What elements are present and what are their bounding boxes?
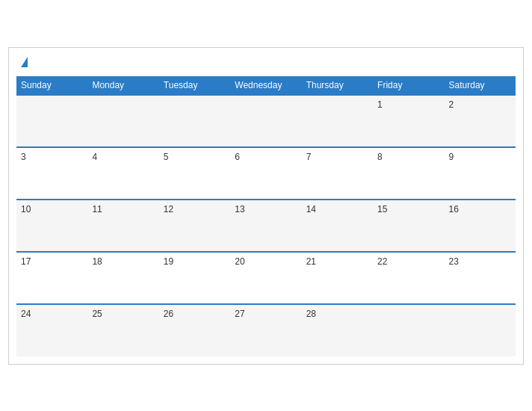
- calendar-cell: 6: [230, 147, 301, 200]
- calendar-cell: 10: [16, 200, 87, 252]
- calendar-container: SundayMondayTuesdayWednesdayThursdayFrid…: [8, 47, 524, 365]
- day-number: 11: [92, 204, 102, 214]
- week-row-0: 12: [16, 95, 516, 147]
- calendar-cell: [445, 304, 516, 356]
- day-header-monday: Monday: [87, 76, 158, 95]
- calendar-cell: [302, 95, 373, 147]
- day-number: 17: [21, 256, 31, 267]
- day-number: 4: [92, 152, 97, 162]
- day-number: 28: [306, 309, 316, 319]
- day-number: 12: [164, 204, 173, 214]
- calendar-grid: SundayMondayTuesdayWednesdayThursdayFrid…: [16, 76, 516, 356]
- day-number: 18: [92, 256, 102, 267]
- day-number: 25: [92, 309, 102, 319]
- calendar-cell: 20: [230, 252, 301, 304]
- day-number: 10: [21, 204, 31, 214]
- logo-triangle-icon: [21, 57, 28, 67]
- day-number: 6: [235, 152, 240, 162]
- day-number: 7: [306, 152, 312, 162]
- day-number: 21: [306, 256, 316, 267]
- calendar-cell: 8: [373, 147, 444, 200]
- calendar-cell: 7: [302, 147, 373, 200]
- calendar-cell: 28: [302, 304, 373, 356]
- calendar-cell: 1: [373, 95, 444, 147]
- calendar-cell: 12: [159, 200, 230, 252]
- week-row-4: 2425262728: [16, 304, 516, 356]
- calendar-cell: 25: [87, 304, 158, 356]
- calendar-cell: 27: [230, 304, 301, 356]
- calendar-cell: [230, 95, 301, 147]
- day-number: 3: [21, 152, 26, 162]
- day-number: 16: [449, 204, 459, 214]
- day-header-wednesday: Wednesday: [230, 76, 301, 95]
- day-header-tuesday: Tuesday: [159, 76, 230, 95]
- day-header-saturday: Saturday: [445, 76, 516, 95]
- day-number: 2: [449, 99, 454, 110]
- calendar-cell: 19: [159, 252, 230, 304]
- day-number: 19: [164, 256, 173, 267]
- calendar-cell: 23: [445, 252, 516, 304]
- calendar-cell: 24: [16, 304, 87, 356]
- calendar-cell: [87, 95, 158, 147]
- calendar-cell: 11: [87, 200, 158, 252]
- week-row-3: 17181920212223: [16, 252, 516, 304]
- calendar-cell: 5: [159, 147, 230, 200]
- week-row-2: 10111213141516: [16, 200, 516, 252]
- calendar-cell: 17: [16, 252, 87, 304]
- calendar-cell: 21: [302, 252, 373, 304]
- calendar-cell: 16: [445, 200, 516, 252]
- calendar-cell: 15: [373, 200, 444, 252]
- calendar-header: [16, 55, 516, 76]
- day-number: 1: [377, 99, 383, 110]
- day-number: 20: [235, 256, 244, 267]
- logo: [19, 61, 28, 67]
- calendar-cell: 4: [87, 147, 158, 200]
- day-number: 15: [377, 204, 387, 214]
- day-number: 23: [449, 256, 459, 267]
- calendar-cell: [16, 95, 87, 147]
- day-header-thursday: Thursday: [302, 76, 373, 95]
- day-header-sunday: Sunday: [16, 76, 87, 95]
- calendar-cell: 3: [16, 147, 87, 200]
- days-header-row: SundayMondayTuesdayWednesdayThursdayFrid…: [16, 76, 516, 95]
- calendar-cell: 9: [445, 147, 516, 200]
- day-number: 26: [164, 309, 173, 319]
- day-number: 5: [164, 152, 169, 162]
- calendar-cell: 22: [373, 252, 444, 304]
- calendar-cell: [373, 304, 444, 356]
- calendar-cell: 26: [159, 304, 230, 356]
- calendar-cell: 2: [445, 95, 516, 147]
- day-number: 8: [377, 152, 383, 162]
- day-number: 14: [306, 204, 316, 214]
- calendar-cell: 14: [302, 200, 373, 252]
- day-number: 24: [21, 309, 31, 319]
- week-row-1: 3456789: [16, 147, 516, 200]
- calendar-cell: 13: [230, 200, 301, 252]
- day-number: 22: [377, 256, 387, 267]
- calendar-cell: 18: [87, 252, 158, 304]
- day-number: 9: [449, 152, 454, 162]
- day-header-friday: Friday: [373, 76, 444, 95]
- calendar-cell: [159, 95, 230, 147]
- day-number: 27: [235, 309, 244, 319]
- day-number: 13: [235, 204, 244, 214]
